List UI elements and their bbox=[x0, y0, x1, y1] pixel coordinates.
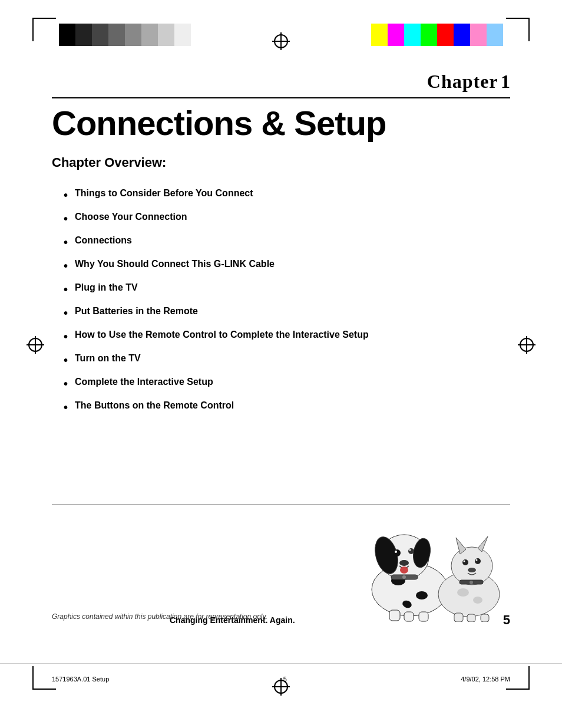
color-bar-left bbox=[141, 24, 158, 46]
svg-rect-29 bbox=[481, 614, 489, 622]
list-item: •Connections bbox=[64, 230, 510, 254]
list-item: •Plug in the TV bbox=[64, 278, 510, 301]
color-bar-left bbox=[174, 24, 191, 46]
footer-bar: 1571963A.01 Setup 5 4/9/02, 12:58 PM bbox=[0, 663, 562, 728]
svg-point-4 bbox=[394, 549, 401, 556]
crosshair-left bbox=[27, 336, 44, 354]
svg-point-26 bbox=[468, 568, 476, 572]
list-item: •The Buttons on the Remote Control bbox=[64, 396, 510, 419]
svg-point-9 bbox=[400, 566, 408, 574]
bullet-text: Plug in the TV bbox=[75, 282, 138, 293]
color-bar-right bbox=[371, 24, 388, 46]
footer-right: 4/9/02, 12:58 PM bbox=[461, 676, 510, 683]
color-bar-left bbox=[92, 24, 108, 46]
bullet-text: The Buttons on the Remote Control bbox=[75, 400, 234, 411]
svg-point-23 bbox=[464, 561, 465, 562]
list-item: •How to Use the Remote Control to Comple… bbox=[64, 325, 510, 348]
bullet-dot-icon: • bbox=[64, 330, 68, 344]
color-bar-left bbox=[158, 24, 174, 46]
color-bar-right bbox=[421, 24, 437, 46]
svg-point-8 bbox=[399, 560, 409, 566]
bullet-text: Choose Your Connection bbox=[75, 212, 187, 222]
corner-mark-tr bbox=[528, 18, 530, 41]
color-bar-right bbox=[470, 24, 487, 46]
bullet-text: Why You Should Connect This G-LINK Cable bbox=[75, 259, 275, 269]
bottom-section: Changing Entertainment. Again. Graphics … bbox=[52, 504, 510, 651]
bullet-text: Put Batteries in the Remote bbox=[75, 306, 198, 317]
bullet-dot-icon: • bbox=[64, 235, 68, 249]
svg-point-7 bbox=[409, 549, 411, 551]
svg-point-33 bbox=[473, 597, 482, 604]
svg-point-5 bbox=[395, 551, 397, 553]
page: Chapter 1 Connections & Setup Chapter Ov… bbox=[0, 0, 562, 728]
svg-point-19 bbox=[451, 547, 492, 585]
crosshair-top bbox=[272, 32, 290, 50]
svg-point-6 bbox=[408, 548, 414, 554]
svg-point-11 bbox=[416, 591, 428, 599]
svg-point-25 bbox=[476, 559, 478, 561]
overview-heading: Chapter Overview: bbox=[52, 155, 510, 170]
bullet-text: Complete the Interactive Setup bbox=[75, 377, 213, 387]
color-bar-right bbox=[454, 24, 470, 46]
crosshair-right bbox=[518, 336, 535, 354]
list-item: •Complete the Interactive Setup bbox=[64, 372, 510, 396]
bullet-dot-icon: • bbox=[64, 400, 68, 414]
svg-rect-27 bbox=[454, 613, 463, 622]
bullet-text: Connections bbox=[75, 235, 132, 246]
color-bar-left bbox=[75, 24, 92, 46]
list-item: •Things to Consider Before You Connect bbox=[64, 183, 510, 207]
corner-mark-tr-h bbox=[506, 18, 530, 19]
bullet-dot-icon: • bbox=[64, 259, 68, 273]
footnote-text: Graphics contained within this publicati… bbox=[52, 612, 267, 621]
list-item: •Why You Should Connect This G-LINK Cabl… bbox=[64, 254, 510, 278]
bullet-text: Turn on the TV bbox=[75, 353, 141, 364]
bullet-dot-icon: • bbox=[64, 188, 68, 202]
footer-content: 1571963A.01 Setup 5 4/9/02, 12:58 PM bbox=[0, 664, 562, 694]
color-bars-left bbox=[59, 24, 191, 46]
dog-illustration bbox=[345, 507, 510, 622]
bullet-dot-icon: • bbox=[64, 353, 68, 367]
footer-left: 1571963A.01 Setup bbox=[52, 676, 109, 683]
color-bar-right bbox=[388, 24, 404, 46]
svg-point-22 bbox=[462, 559, 468, 565]
bullet-dot-icon: • bbox=[64, 212, 68, 226]
corner-mark-tl bbox=[32, 18, 34, 41]
corner-mark-tl-h bbox=[32, 18, 56, 19]
svg-rect-28 bbox=[467, 614, 475, 622]
list-item: •Turn on the TV bbox=[64, 348, 510, 372]
list-item: •Put Batteries in the Remote bbox=[64, 301, 510, 325]
svg-marker-21 bbox=[478, 536, 488, 552]
color-bar-left bbox=[125, 24, 141, 46]
svg-rect-15 bbox=[419, 612, 428, 621]
svg-point-32 bbox=[457, 588, 469, 597]
svg-point-17 bbox=[402, 575, 406, 579]
svg-rect-13 bbox=[389, 610, 400, 621]
chapter-header: Chapter 1 bbox=[52, 71, 510, 98]
color-bar-right bbox=[437, 24, 454, 46]
page-title: Connections & Setup bbox=[52, 104, 510, 142]
color-bar-right bbox=[404, 24, 421, 46]
svg-rect-14 bbox=[404, 612, 414, 621]
bullet-list: •Things to Consider Before You Connect•C… bbox=[64, 183, 510, 419]
list-item: •Choose Your Connection bbox=[64, 207, 510, 230]
color-bar-right bbox=[487, 24, 503, 46]
footer-center: 5 bbox=[283, 676, 287, 683]
color-bar-left bbox=[59, 24, 75, 46]
color-bars-right bbox=[371, 24, 503, 46]
bullet-text: How to Use the Remote Control to Complet… bbox=[75, 330, 369, 340]
chapter-label: Chapter bbox=[427, 71, 498, 92]
bullet-dot-icon: • bbox=[64, 377, 68, 391]
bullet-dot-icon: • bbox=[64, 282, 68, 297]
svg-point-31 bbox=[470, 581, 473, 584]
bullet-text: Things to Consider Before You Connect bbox=[75, 188, 253, 199]
svg-point-24 bbox=[475, 558, 481, 564]
bullet-dot-icon: • bbox=[64, 306, 68, 320]
color-bar-left bbox=[108, 24, 125, 46]
chapter-number: 1 bbox=[501, 71, 510, 92]
